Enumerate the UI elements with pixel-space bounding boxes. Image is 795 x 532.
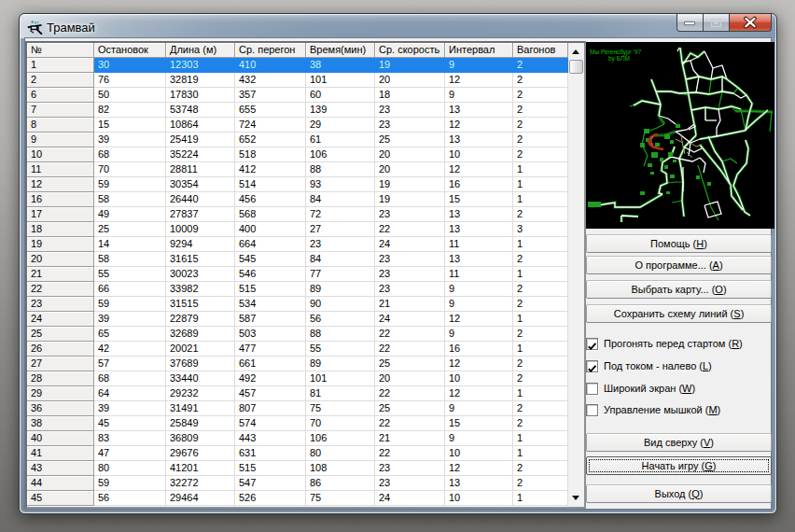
- svg-text:by БПМ: by БПМ: [608, 55, 630, 63]
